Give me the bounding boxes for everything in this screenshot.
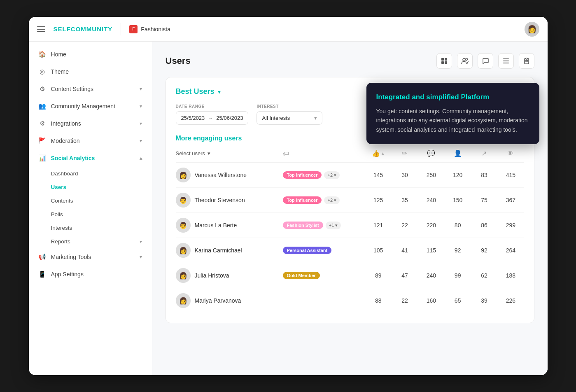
sidebar-sub-item-interests[interactable]: Interests — [51, 221, 152, 235]
views-5: 188 — [497, 272, 524, 279]
sidebar: 🏠 Home ◎ Theme ⚙ Content Settings ▾ 👥 Co… — [29, 42, 152, 375]
content-settings-icon: ⚙ — [39, 85, 46, 93]
table-row: 👨 Theodor Stevenson Top Influencer +2 ▾ … — [176, 188, 524, 213]
avatar-1: 👩 — [176, 168, 191, 182]
sidebar-sub-item-contents[interactable]: Contents — [51, 194, 152, 208]
badge-plus-2[interactable]: +2 ▾ — [324, 196, 340, 204]
analytics-icon: 📊 — [39, 154, 46, 162]
app-settings-icon: 📱 — [39, 271, 46, 278]
col-select-users: Select users ▾ — [176, 149, 283, 158]
hamburger-menu[interactable] — [37, 26, 45, 32]
badge-plus-1[interactable]: +2 ▾ — [324, 171, 340, 179]
select-users-label: Select users — [176, 150, 205, 156]
users-table: Select users ▾ 🏷 👍 ▲ ✏ 💬 👤 ↗ 👁 — [176, 149, 524, 313]
avatar-4: 👩 — [176, 243, 191, 258]
badge-3: Fashion Stylist — [283, 222, 323, 229]
sidebar-item-label: Community Management — [51, 103, 115, 110]
likes-col-header: 👍 ▲ — [365, 149, 392, 157]
chat-view-button[interactable] — [478, 53, 493, 69]
chevron-down-icon: ▾ — [140, 138, 142, 144]
interest-value: All Interests — [262, 115, 290, 121]
card-title-chevron[interactable]: ▾ — [218, 89, 221, 95]
svg-rect-10 — [526, 58, 527, 59]
share-col-header: ↗ — [471, 149, 497, 157]
sidebar-item-label: Content Settings — [51, 86, 94, 92]
main-layout: 🏠 Home ◎ Theme ⚙ Content Settings ▾ 👥 Co… — [29, 42, 548, 375]
users-view-button[interactable] — [457, 53, 473, 69]
tag-cell-2: Top Influencer +2 ▾ — [283, 196, 365, 204]
share-1: 83 — [471, 172, 497, 178]
page-header: Users — [166, 53, 534, 69]
sidebar-item-social-analytics[interactable]: 📊 Social Analytics ▴ — [29, 149, 152, 167]
user-cell-5: 👩 Julia Hristova — [176, 268, 283, 283]
follow-2: 150 — [444, 197, 471, 203]
sidebar-item-content-settings[interactable]: ⚙ Content Settings ▾ — [29, 80, 152, 98]
views-col-header: 👁 — [497, 150, 524, 157]
community-tab[interactable]: F Fashionista — [129, 25, 170, 33]
sidebar-sub-item-reports-row[interactable]: Reports ▾ — [51, 235, 152, 248]
avatar-2: 👨 — [176, 193, 191, 208]
table-row: 👩 Mariya Parvanova 88 22 160 65 39 226 — [176, 288, 524, 313]
header-icons — [436, 53, 534, 69]
sidebar-item-label: Home — [51, 51, 66, 58]
theme-icon: ◎ — [39, 68, 46, 75]
comments-1: 250 — [418, 172, 444, 178]
user-name-2: Theodor Stevenson — [195, 197, 245, 203]
comments-4: 115 — [418, 247, 444, 254]
page-title: Users — [166, 56, 191, 66]
views-6: 226 — [497, 297, 524, 304]
grid-view-button[interactable] — [436, 53, 452, 69]
date-range-filter: DATE RANGE 25/5/2023 → 25/06/2023 — [176, 104, 249, 125]
topbar: SELFCOMMUNITY F Fashionista 👩 — [29, 17, 548, 42]
sidebar-item-community-management[interactable]: 👥 Community Management ▾ — [29, 98, 152, 115]
user-name-6: Mariya Parvanova — [195, 297, 241, 304]
upvotes-4: 41 — [392, 247, 418, 254]
likes-4: 105 — [365, 247, 392, 254]
sidebar-sub-item-polls[interactable]: Polls — [51, 208, 152, 221]
sidebar-sub-item-users[interactable]: Users — [51, 180, 152, 194]
sidebar-item-label: Integrations — [51, 120, 81, 127]
sidebar-sub-item-dashboard[interactable]: Dashboard — [51, 167, 152, 180]
likes-6: 88 — [365, 297, 392, 304]
sidebar-item-label: Marketing Tools — [51, 254, 91, 260]
reports-chevron-icon: ▾ — [140, 239, 142, 245]
upvotes-col-header: ✏ — [392, 149, 418, 157]
sidebar-item-marketing-tools[interactable]: 📢 Marketing Tools ▾ — [29, 248, 152, 266]
list-view-button[interactable] — [498, 53, 514, 69]
svg-rect-7 — [503, 61, 509, 61]
date-range-label: DATE RANGE — [176, 104, 249, 109]
comments-6: 160 — [418, 297, 444, 304]
clipboard-view-button[interactable] — [519, 53, 534, 69]
col-tag: 🏷 — [283, 150, 365, 157]
views-2: 367 — [497, 197, 524, 203]
table-row: 👩 Karina Carmichael Personal Assistant 1… — [176, 238, 524, 263]
date-to: 25/06/2023 — [216, 115, 243, 121]
sidebar-item-app-settings[interactable]: 📱 App Settings — [29, 266, 152, 283]
user-avatar[interactable]: 👩 — [525, 22, 539, 37]
user-cell-4: 👩 Karina Carmichael — [176, 243, 283, 258]
community-icon: 👥 — [39, 103, 46, 110]
user-name-5: Julia Hristova — [195, 272, 229, 279]
interest-select[interactable]: All Interests ▾ — [257, 111, 322, 125]
svg-rect-3 — [445, 61, 447, 64]
sidebar-item-moderation[interactable]: 🚩 Moderation ▾ — [29, 132, 152, 149]
moderation-icon: 🚩 — [39, 137, 46, 145]
user-cell-2: 👨 Theodor Stevenson — [176, 193, 283, 208]
topbar-right: 👩 — [525, 22, 539, 37]
table-row: 👩 Vanessa Willerstone Top Influencer +2 … — [176, 163, 524, 188]
sidebar-item-integrations[interactable]: ⚙ Integrations ▾ — [29, 115, 152, 132]
sidebar-item-home[interactable]: 🏠 Home — [29, 46, 152, 63]
select-users-button[interactable]: Select users ▾ — [176, 149, 283, 158]
app-logo: SELFCOMMUNITY — [54, 26, 113, 33]
comments-5: 240 — [418, 272, 444, 279]
date-range-input[interactable]: 25/5/2023 → 25/06/2023 — [176, 111, 249, 125]
likes-1: 145 — [365, 172, 392, 178]
sidebar-item-theme[interactable]: ◎ Theme — [29, 63, 152, 80]
badge-plus-3[interactable]: +1 ▾ — [326, 222, 341, 229]
user-name-3: Marcus La Berte — [195, 222, 237, 229]
svg-rect-6 — [503, 58, 509, 59]
user-name-4: Karina Carmichael — [195, 247, 242, 254]
table-row: 👨 Marcus La Berte Fashion Stylist +1 ▾ 1… — [176, 213, 524, 238]
comments-col-header: 💬 — [418, 149, 444, 157]
chevron-down-icon: ▾ — [140, 254, 142, 260]
